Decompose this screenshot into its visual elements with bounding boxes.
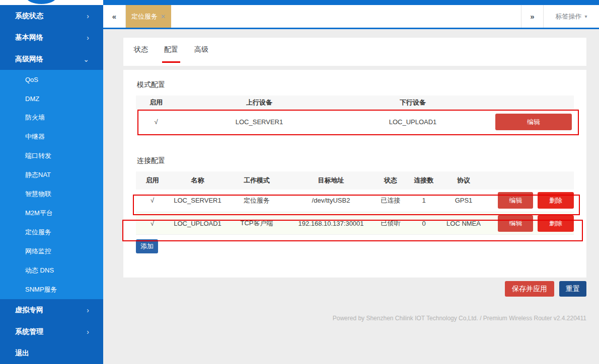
submenu-item-port-forwarding[interactable]: 端口转发 <box>0 146 103 165</box>
scroll-tabs-right-button[interactable]: » <box>521 5 544 28</box>
save-apply-button[interactable]: 保存并应用 <box>505 281 554 297</box>
enabled-check: √ <box>136 212 169 235</box>
sidebar: 系统状态 › 基本网络 › 高级网络 ⌄ QoS DMZ 防火墙 中继器 端口转… <box>0 5 103 364</box>
mode-config-table: 启用 上行设备 下行设备 √ LOC_SERVER1 LOC_UPLOAD1 编… <box>136 96 574 135</box>
submenu-item-label: 防火墙 <box>25 113 45 122</box>
conn-count: 1 <box>406 190 441 212</box>
reset-button[interactable]: 重置 <box>559 281 586 297</box>
edit-mode-button[interactable]: 编辑 <box>495 114 572 130</box>
upstream-value: LOC_SERVER1 <box>176 110 342 135</box>
tab-bar: « 定位服务 ✕ » 标签操作 ▾ <box>103 5 599 29</box>
section-tabs-card: 状态 配置 高级 <box>123 38 586 66</box>
submenu-item-qos[interactable]: QoS <box>0 70 103 89</box>
tab-label: 高级 <box>194 45 208 54</box>
col-actions <box>486 171 574 190</box>
delete-conn-button[interactable]: 删除 <box>538 215 574 232</box>
col-conn-count: 连接数 <box>406 171 441 190</box>
caret-down-icon: ▾ <box>584 14 587 19</box>
top-blue-strip <box>103 0 599 5</box>
tab-label: 配置 <box>164 45 178 54</box>
submenu-item-dmz[interactable]: DMZ <box>0 89 103 108</box>
chevron-right-icon: › <box>87 34 89 42</box>
add-button[interactable]: 添加 <box>136 239 158 253</box>
submenu-item-firewall[interactable]: 防火墙 <box>0 108 103 127</box>
submenu-item-dynamic-dns[interactable]: 动态 DNS <box>0 261 103 280</box>
sidebar-item-advanced-network[interactable]: 高级网络 ⌄ <box>0 48 103 70</box>
tab-advanced[interactable]: 高级 <box>192 38 210 63</box>
submenu-item-static-nat[interactable]: 静态NAT <box>0 165 103 185</box>
submenu-item-location-service[interactable]: 定位服务 <box>0 223 103 242</box>
protocol-value: GPS1 <box>441 190 486 212</box>
sidebar-item-label: 高级网络 <box>15 55 43 64</box>
config-card: 模式配置 启用 上行设备 下行设备 √ LOC_SERVER1 LOC_UPLO… <box>123 70 586 278</box>
sidebar-submenu: QoS DMZ 防火墙 中继器 端口转发 静态NAT 智慧物联 M2M平台 定位… <box>0 70 103 299</box>
logo-strip <box>0 0 103 5</box>
scroll-tabs-left-button[interactable]: « <box>103 5 126 28</box>
submenu-item-label: 中继器 <box>25 132 45 141</box>
conn-name: LOC_UPLOAD1 <box>169 212 227 235</box>
conn-row-loc-server1: √ LOC_SERVER1 定位服务 /dev/ttyUSB2 已连接 1 GP… <box>136 190 574 212</box>
delete-conn-button[interactable]: 删除 <box>538 192 574 209</box>
submenu-item-label: SNMP服务 <box>25 285 57 294</box>
tab-status[interactable]: 状态 <box>132 38 150 63</box>
sidebar-item-system-status[interactable]: 系统状态 › <box>0 5 103 27</box>
submenu-item-label: 智慧物联 <box>25 190 51 199</box>
tag-operations-dropdown[interactable]: 标签操作 ▾ <box>544 5 599 28</box>
conn-count: 0 <box>406 212 441 235</box>
sidebar-item-label: 系统管理 <box>15 327 43 336</box>
enabled-check: √ <box>136 190 169 212</box>
sidebar-item-label: 系统状态 <box>15 12 43 21</box>
col-upstream: 上行设备 <box>176 96 342 110</box>
submenu-item-label: 端口转发 <box>25 151 51 160</box>
sidebar-item-vpn[interactable]: 虚拟专网 › <box>0 299 103 321</box>
conn-row-loc-upload1: √ LOC_UPLOAD1 TCP客户端 192.168.10.137:3000… <box>136 212 574 235</box>
table-header-row: 启用 上行设备 下行设备 <box>136 96 574 110</box>
collapse-right-icon: » <box>530 12 534 21</box>
edit-conn-button[interactable]: 编辑 <box>498 192 533 209</box>
table-header-row: 启用 名称 工作模式 目标地址 状态 连接数 协议 <box>136 171 574 190</box>
conn-name: LOC_SERVER1 <box>169 190 227 212</box>
protocol-value: LOC NMEA <box>441 212 486 235</box>
sidebar-item-logout[interactable]: 退出 <box>0 342 103 364</box>
submenu-item-smart-iot[interactable]: 智慧物联 <box>0 185 103 204</box>
col-target-address: 目标地址 <box>287 171 375 190</box>
tab-label: 状态 <box>134 45 148 54</box>
submenu-item-snmp-service[interactable]: SNMP服务 <box>0 280 103 299</box>
tab-bar-right: » 标签操作 ▾ <box>521 5 599 28</box>
bottom-actions: 保存并应用 重置 <box>505 281 586 297</box>
edit-conn-button[interactable]: 编辑 <box>498 215 533 232</box>
tab-location-service[interactable]: 定位服务 ✕ <box>126 5 171 28</box>
submenu-item-label: 动态 DNS <box>25 266 54 275</box>
enabled-check: √ <box>136 110 176 135</box>
status-value: 已连接 <box>375 190 406 212</box>
sidebar-item-label: 退出 <box>15 349 29 358</box>
sidebar-item-label: 基本网络 <box>15 33 43 42</box>
submenu-item-label: 定位服务 <box>25 228 51 237</box>
downstream-value: LOC_UPLOAD1 <box>342 110 483 135</box>
mode-config-title: 模式配置 <box>137 80 574 89</box>
logo-icon <box>27 0 56 4</box>
collapse-left-icon: « <box>112 12 116 21</box>
tab-config[interactable]: 配置 <box>162 38 180 63</box>
target-address: 192.168.10.137:30001 <box>287 212 375 235</box>
submenu-item-m2m-platform[interactable]: M2M平台 <box>0 204 103 223</box>
close-icon[interactable]: ✕ <box>161 13 166 20</box>
col-downstream: 下行设备 <box>342 96 483 110</box>
status-value: 已侦听 <box>375 212 406 235</box>
col-actions <box>483 96 574 110</box>
main-content: 状态 配置 高级 模式配置 启用 上行设备 下行设备 √ LOC_SERVER1… <box>103 29 599 364</box>
col-status: 状态 <box>375 171 406 190</box>
submenu-item-label: QoS <box>25 76 38 83</box>
col-enabled: 启用 <box>136 171 169 190</box>
mode-config-row: √ LOC_SERVER1 LOC_UPLOAD1 编辑 <box>136 110 574 135</box>
work-mode: 定位服务 <box>227 190 287 212</box>
submenu-item-network-monitor[interactable]: 网络监控 <box>0 242 103 261</box>
submenu-item-label: 网络监控 <box>25 247 51 256</box>
submenu-item-label: DMZ <box>25 95 39 103</box>
sidebar-item-system-admin[interactable]: 系统管理 › <box>0 321 103 342</box>
submenu-item-repeater[interactable]: 中继器 <box>0 127 103 146</box>
work-mode: TCP客户端 <box>227 212 287 235</box>
col-name: 名称 <box>169 171 227 190</box>
submenu-item-label: 静态NAT <box>25 170 51 179</box>
sidebar-item-basic-network[interactable]: 基本网络 › <box>0 27 103 48</box>
